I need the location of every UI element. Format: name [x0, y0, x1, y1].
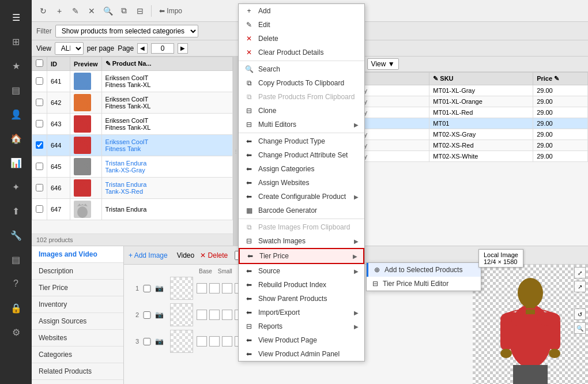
filter-select[interactable]: Show products from selected categories — [55, 25, 198, 37]
base-cb[interactable] — [197, 310, 207, 320]
menu-item-paste-images[interactable]: ⧉ Paste Images From Clipboard — [239, 220, 364, 234]
edit-btn[interactable]: ✎ — [69, 4, 82, 18]
menu-item-assign-cat[interactable]: ⬅ Assign Categories — [239, 162, 364, 176]
menu-item-assign-web[interactable]: ⬅ Assign Websites — [239, 176, 364, 190]
menu-item-multi-editors[interactable]: ⊟ Multi Editors ▶ — [239, 118, 364, 131]
select-all-cb[interactable] — [36, 59, 43, 67]
sidebar-item-menu[interactable]: ☰ — [5, 6, 28, 29]
sidebar-item-question[interactable]: ? — [5, 272, 28, 295]
menu-item-swatch[interactable]: ⊟ Swatch Images ▶ — [239, 234, 364, 248]
table-row[interactable]: 645 Tristan EnduraTank-XS-Gray — [32, 156, 233, 178]
menu-item-search[interactable]: 🔍 Search — [239, 62, 364, 76]
menu-item-import-export[interactable]: ⬅ Import/Export ▶ — [239, 306, 364, 319]
menu-item-view-page[interactable]: ⬅ View Product Page — [239, 333, 364, 347]
image-row-cb[interactable] — [142, 311, 152, 319]
page-input[interactable]: 0 — [151, 43, 174, 54]
menu-item-tier-price[interactable]: ⬅ Tier Price ▶ — [239, 248, 364, 264]
tier-price-submenu[interactable]: ⊕ Add to Selected Products ⊟ Tier Price … — [366, 262, 481, 291]
sidebar-item-lock[interactable]: 🔒 — [5, 296, 28, 319]
sidebar-item-dashboard[interactable]: ⊞ — [5, 30, 28, 53]
menu-item-change-attr[interactable]: ⬅ Change Product Attribute Set — [239, 148, 364, 162]
add-btn[interactable]: + — [52, 4, 66, 18]
menu-item-copy[interactable]: ⧉ Copy Products To Clipboard — [239, 76, 364, 90]
delete-btn[interactable]: ✕ — [85, 4, 99, 18]
menu-item-create-config[interactable]: ⬅ Create Configurable Product ▶ — [239, 190, 364, 204]
menu-item-paste[interactable]: ⧉ Paste Products From Clipboard — [239, 90, 364, 104]
preview-expand-btn[interactable]: ⤢ — [574, 267, 586, 278]
sidebar-item-gear[interactable]: ⚙ — [5, 321, 28, 344]
menu-item-show-parent[interactable]: ⬅ Show Parent Products — [239, 292, 364, 306]
sidebar-item-puzzle[interactable]: ✦ — [5, 175, 28, 198]
row-cb[interactable] — [36, 163, 43, 170]
thumb-cb[interactable] — [222, 283, 232, 293]
col-sku-header[interactable]: ✎ SKU — [429, 73, 533, 85]
thumb-cb[interactable] — [222, 310, 232, 320]
menu-item-barcode[interactable]: ▦ Barcode Generator — [239, 204, 364, 217]
camera-icon[interactable]: 📷 — [155, 311, 167, 319]
table-row[interactable]: 643 Erikssen CoolTFitness Tank-XL — [32, 114, 233, 135]
next-page-btn[interactable]: ▶ — [178, 43, 188, 54]
sidebar-item-upload[interactable]: ⬆ — [5, 199, 28, 223]
small-cb[interactable] — [209, 283, 220, 293]
table-row[interactable]: 642 Erikssen CoolTFitness Tank-XL — [32, 92, 233, 114]
search-btn[interactable]: 🔍 — [101, 4, 115, 18]
table-row[interactable]: 647 Tristan Endura — [32, 199, 233, 220]
col-price-header[interactable]: Price ✎ — [533, 73, 588, 85]
section-nav-categories[interactable]: Categories — [32, 347, 123, 363]
import-btn[interactable]: ⬅ Impo — [156, 4, 186, 18]
table-row[interactable]: 644 Erikssen CoolTFitness Tank — [32, 135, 233, 156]
video-btn[interactable]: Video — [177, 251, 194, 259]
small-cb[interactable] — [209, 310, 220, 320]
add-image-btn[interactable]: + Add Image — [129, 251, 168, 259]
camera-icon[interactable]: 📷 — [155, 284, 167, 292]
sidebar-item-star[interactable]: ★ — [5, 54, 28, 77]
sidebar-item-home[interactable]: 🏠 — [5, 127, 28, 150]
menu-item-change-type[interactable]: ⬅ Change Product Type — [239, 134, 364, 148]
row-cb[interactable] — [36, 77, 43, 85]
drag-handle[interactable]: ⋮ — [233, 57, 238, 246]
section-nav-related[interactable]: Related Products — [32, 363, 123, 380]
table-row[interactable]: 646 Tristan EnduraTank-XS-Red — [32, 178, 233, 199]
sidebar-item-chart[interactable]: 📊 — [5, 151, 28, 174]
menu-item-view-admin[interactable]: ⬅ View Product Admin Panel — [239, 347, 364, 361]
menu-item-source[interactable]: ⬅ Source ▶ — [239, 264, 364, 278]
section-nav-websites[interactable]: Websites — [32, 330, 123, 347]
view-select[interactable]: ALL — [55, 42, 84, 55]
prev-page-btn[interactable]: ◀ — [137, 43, 148, 54]
section-nav-description[interactable]: Description — [32, 263, 123, 280]
base-cb[interactable] — [197, 336, 207, 347]
camera-icon[interactable]: 📷 — [155, 337, 167, 345]
col-name-header[interactable]: ✎ Product Na... — [101, 57, 232, 71]
sidebar-item-layers[interactable]: ▤ — [5, 248, 28, 271]
image-row-cb[interactable] — [142, 338, 152, 345]
sidebar-item-users[interactable]: 👤 — [5, 103, 28, 126]
context-menu[interactable]: + Add ✎ Edit ✕ Delete ✕ Clear Product De… — [238, 3, 365, 362]
menu-item-add[interactable]: + Add — [239, 4, 364, 18]
menu-item-reports[interactable]: ⊟ Reports ▶ — [239, 319, 364, 333]
section-nav-images[interactable]: Images and Video — [32, 246, 123, 263]
copy-btn[interactable]: ⧉ — [117, 4, 131, 18]
image-row-cb[interactable] — [142, 285, 152, 292]
menu-item-clear[interactable]: ✕ Clear Product Details — [239, 46, 364, 59]
menu-item-edit[interactable]: ✎ Edit — [239, 18, 364, 32]
row-cb[interactable] — [36, 184, 43, 191]
menu-item-rebuild[interactable]: ⬅ Rebuild Product Index — [239, 278, 364, 292]
submenu-item-multi-editor[interactable]: ⊟ Tier Price Multi Editor — [367, 277, 481, 291]
row-cb[interactable] — [36, 205, 43, 213]
menu-item-delete[interactable]: ✕ Delete — [239, 32, 364, 46]
row-cb[interactable] — [36, 120, 43, 127]
sidebar-item-catalog[interactable]: ▤ — [5, 78, 28, 101]
table-row[interactable]: 641 Erikssen CoolTFitness Tank-XL — [32, 71, 233, 92]
preview-zoom-out-btn[interactable]: 🔍 — [574, 322, 586, 334]
menu-item-clone[interactable]: ⊟ Clone — [239, 104, 364, 118]
section-nav-tier-price[interactable]: Tier Price — [32, 280, 123, 296]
view-btn[interactable]: View ▼ — [367, 58, 399, 70]
sidebar-item-wrench[interactable]: 🔧 — [5, 224, 28, 247]
delete-image-btn[interactable]: ✕ Delete — [200, 251, 228, 259]
preview-zoom-in-btn[interactable]: ↺ — [574, 308, 586, 320]
submenu-item-add-selected[interactable]: ⊕ Add to Selected Products — [367, 263, 481, 277]
base-cb[interactable] — [197, 283, 207, 293]
section-nav-assign-sources[interactable]: Assign Sources — [32, 313, 123, 330]
thumb-cb[interactable] — [222, 336, 232, 347]
small-cb[interactable] — [209, 336, 220, 347]
